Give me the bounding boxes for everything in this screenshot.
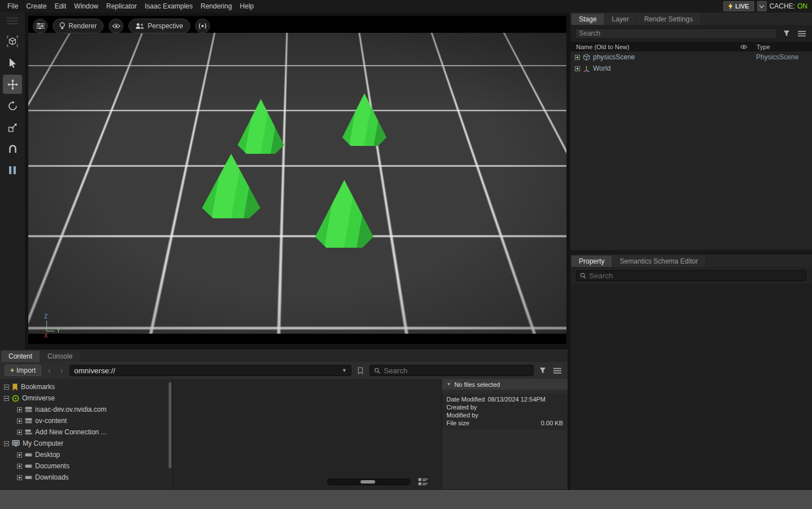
tab-layer[interactable]: Layer (604, 14, 636, 25)
physics-scene-icon (583, 54, 590, 61)
file-grid-area[interactable] (173, 379, 441, 489)
path-bar[interactable]: ▼ (70, 365, 351, 376)
type-column-header[interactable]: Type (752, 42, 812, 51)
tab-console[interactable]: Console (40, 351, 80, 362)
filter-funnel-icon (539, 367, 546, 374)
tree-item-downloads[interactable]: Downloads (0, 472, 172, 483)
tree-scrollbar[interactable] (169, 382, 171, 468)
tree-item-isaac-dev[interactable]: isaac-dev.ov.nvidia.com (0, 404, 172, 415)
content-filter-button[interactable] (537, 365, 548, 376)
collapse-minus-icon[interactable] (4, 396, 9, 401)
icon-size-slider[interactable] (327, 478, 411, 485)
property-search-field[interactable] (576, 270, 806, 281)
green-cone[interactable] (238, 99, 284, 154)
expand-plus-icon[interactable] (575, 55, 580, 60)
tab-property[interactable]: Property (572, 256, 612, 267)
content-search-field[interactable] (370, 365, 534, 376)
menu-isaac-examples[interactable]: Isaac Examples (141, 0, 197, 12)
slider-thumb[interactable] (360, 480, 375, 484)
visibility-column-header[interactable] (735, 42, 752, 51)
back-button[interactable]: ‹ (45, 366, 54, 375)
stage-options-button[interactable] (796, 28, 807, 39)
path-dropdown-icon[interactable]: ▼ (342, 368, 347, 373)
drive-icon (25, 452, 32, 458)
expand-plus-icon[interactable] (575, 66, 580, 71)
expand-plus-icon[interactable] (17, 407, 22, 412)
path-input[interactable] (74, 366, 340, 375)
tree-item-documents[interactable]: Documents (0, 460, 172, 472)
stage-search-input[interactable] (579, 29, 773, 37)
pause-button[interactable] (3, 161, 22, 180)
property-search-input[interactable] (589, 271, 802, 280)
menu-create[interactable]: Create (22, 0, 50, 12)
green-cone[interactable] (315, 180, 373, 248)
collapse-minus-icon[interactable] (4, 385, 9, 390)
expand-plus-icon[interactable] (17, 464, 22, 469)
content-search-input[interactable] (384, 366, 529, 375)
rotate-tool-button[interactable] (3, 96, 22, 115)
bookmark-path-button[interactable] (355, 365, 366, 376)
collapse-minus-icon[interactable] (4, 441, 9, 446)
stage-filter-button[interactable] (781, 28, 792, 39)
menu-help[interactable]: Help (236, 0, 258, 12)
visibility-button[interactable] (109, 19, 123, 33)
bookmark-icon (12, 383, 18, 391)
visibility-cell[interactable] (735, 63, 752, 74)
capture-button[interactable] (195, 19, 210, 33)
content-options-button[interactable] (552, 365, 563, 376)
menu-bar: File Create Edit Window Replicator Isaac… (0, 0, 812, 12)
import-button[interactable]: + Import (5, 365, 41, 376)
stage-row-world[interactable]: World (570, 63, 812, 74)
camera-button[interactable]: Perspective (128, 19, 190, 33)
filter-funnel-icon (783, 30, 790, 37)
viewport[interactable]: Renderer Perspective Z Y X (28, 16, 566, 344)
selection-mode-button[interactable] (3, 32, 22, 51)
visibility-cell[interactable] (735, 51, 752, 63)
tab-semantics-schema-editor[interactable]: Semantics Schema Editor (612, 256, 705, 267)
tab-render-settings[interactable]: Render Settings (637, 14, 700, 25)
search-icon (580, 273, 586, 279)
tab-stage[interactable]: Stage (572, 14, 604, 25)
toolbar-drag-handle[interactable] (7, 15, 18, 27)
menu-file[interactable]: File (3, 0, 22, 12)
menu-rendering[interactable]: Rendering (196, 0, 235, 12)
stage-row-physicsscene[interactable]: physicsScene PhysicsScene (570, 51, 812, 63)
viewport-settings-button[interactable] (33, 19, 48, 33)
stage-search-field[interactable] (575, 28, 777, 39)
menu-window[interactable]: Window (70, 0, 102, 12)
tree-item-add-new-connection[interactable]: Add New Connection ... (0, 426, 172, 438)
field-file-size: File size 0.00 KB (446, 419, 563, 427)
expand-plus-icon[interactable] (17, 452, 22, 458)
renderer-button[interactable]: Renderer (53, 19, 104, 33)
green-cone[interactable] (202, 154, 260, 218)
expand-plus-icon[interactable] (17, 419, 22, 424)
name-column-header[interactable]: Name (Old to New) (576, 44, 735, 50)
snap-tool-button[interactable] (3, 139, 22, 158)
tree-item-desktop[interactable]: Desktop (0, 449, 172, 460)
details-header[interactable]: ▼ No files selected (442, 379, 568, 390)
live-button[interactable]: LIVE (723, 1, 754, 11)
tree-item-bookmarks[interactable]: Bookmarks (0, 381, 172, 392)
content-tree: Bookmarks Omniverse isaac-dev.ov.nvidia.… (0, 379, 173, 489)
right-panel: Stage Layer Render Settings Name (Old to… (570, 12, 812, 491)
tree-item-my-computer[interactable]: My Computer (0, 438, 172, 449)
scale-tool-button[interactable] (3, 118, 22, 137)
content-tab-bar: Content Console (0, 350, 568, 362)
menu-replicator[interactable]: Replicator (102, 0, 141, 12)
expand-plus-icon[interactable] (17, 430, 22, 435)
panel-splitter[interactable] (570, 250, 812, 255)
tree-item-ov-content[interactable]: ov-content (0, 415, 172, 426)
left-toolbar (0, 12, 25, 350)
stage-tree-header[interactable]: Name (Old to New) Type (570, 42, 812, 51)
live-dropdown-button[interactable] (757, 1, 767, 11)
tree-item-omniverse[interactable]: Omniverse (0, 392, 172, 404)
select-tool-button[interactable] (3, 53, 22, 72)
tab-content[interactable]: Content (1, 351, 40, 362)
menu-edit[interactable]: Edit (50, 0, 70, 12)
view-mode-button[interactable] (418, 478, 428, 486)
live-label: LIVE (735, 3, 749, 10)
expand-plus-icon[interactable] (17, 475, 22, 480)
move-tool-button[interactable] (3, 75, 22, 94)
green-cone[interactable] (342, 93, 386, 146)
forward-button[interactable]: › (57, 366, 66, 375)
